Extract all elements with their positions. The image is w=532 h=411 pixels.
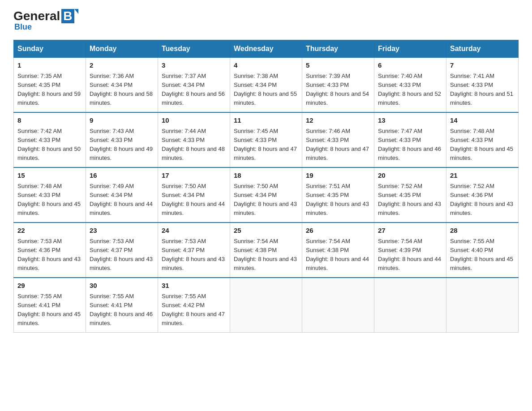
day-number: 11 xyxy=(234,116,298,126)
day-number: 26 xyxy=(306,226,370,236)
day-cell-4: 4 Sunrise: 7:38 AMSunset: 4:34 PMDayligh… xyxy=(230,58,302,113)
day-info: Sunrise: 7:55 AMSunset: 4:42 PMDaylight:… xyxy=(162,293,225,326)
day-number: 1 xyxy=(17,60,82,71)
day-number: 9 xyxy=(90,116,154,126)
col-header-friday: Friday xyxy=(374,40,446,58)
day-number: 22 xyxy=(17,226,82,236)
day-info: Sunrise: 7:38 AMSunset: 4:34 PMDaylight:… xyxy=(234,73,297,106)
day-info: Sunrise: 7:46 AMSunset: 4:33 PMDaylight:… xyxy=(306,128,369,161)
day-cell-30: 30 Sunrise: 7:55 AMSunset: 4:41 PMDaylig… xyxy=(86,278,158,333)
col-header-saturday: Saturday xyxy=(446,40,519,58)
logo-sub: Blue xyxy=(14,22,74,32)
day-cell-11: 11 Sunrise: 7:45 AMSunset: 4:33 PMDaylig… xyxy=(230,112,302,167)
day-cell-27: 27 Sunrise: 7:54 AMSunset: 4:39 PMDaylig… xyxy=(374,223,446,278)
day-number: 13 xyxy=(378,116,442,126)
page-header: General B Blue xyxy=(13,9,519,32)
day-cell-29: 29 Sunrise: 7:55 AMSunset: 4:41 PMDaylig… xyxy=(14,278,86,333)
day-info: Sunrise: 7:51 AMSunset: 4:35 PMDaylight:… xyxy=(306,183,369,216)
day-number: 10 xyxy=(162,116,226,126)
day-number: 5 xyxy=(306,60,370,71)
day-cell-23: 23 Sunrise: 7:53 AMSunset: 4:37 PMDaylig… xyxy=(86,223,158,278)
day-number: 17 xyxy=(162,171,226,181)
day-cell-31: 31 Sunrise: 7:55 AMSunset: 4:42 PMDaylig… xyxy=(158,278,230,333)
day-cell-21: 21 Sunrise: 7:52 AMSunset: 4:36 PMDaylig… xyxy=(446,167,519,223)
day-number: 27 xyxy=(378,226,442,236)
day-info: Sunrise: 7:37 AMSunset: 4:34 PMDaylight:… xyxy=(162,73,225,106)
day-info: Sunrise: 7:45 AMSunset: 4:33 PMDaylight:… xyxy=(234,128,297,161)
col-header-sunday: Sunday xyxy=(14,40,86,58)
day-cell-15: 15 Sunrise: 7:48 AMSunset: 4:33 PMDaylig… xyxy=(14,167,86,223)
day-cell-10: 10 Sunrise: 7:44 AMSunset: 4:33 PMDaylig… xyxy=(158,112,230,167)
day-info: Sunrise: 7:40 AMSunset: 4:33 PMDaylight:… xyxy=(378,73,441,106)
day-number: 24 xyxy=(162,226,226,236)
day-cell-28: 28 Sunrise: 7:55 AMSunset: 4:40 PMDaylig… xyxy=(446,223,519,278)
day-number: 6 xyxy=(378,60,442,71)
day-cell-20: 20 Sunrise: 7:52 AMSunset: 4:35 PMDaylig… xyxy=(374,167,446,223)
day-info: Sunrise: 7:55 AMSunset: 4:41 PMDaylight:… xyxy=(90,293,153,326)
day-number: 15 xyxy=(17,171,82,181)
day-info: Sunrise: 7:35 AMSunset: 4:35 PMDaylight:… xyxy=(17,73,81,106)
day-number: 31 xyxy=(162,281,226,291)
day-cell-9: 9 Sunrise: 7:43 AMSunset: 4:33 PMDayligh… xyxy=(86,112,158,167)
empty-cell xyxy=(374,278,446,333)
day-number: 23 xyxy=(90,226,154,236)
day-info: Sunrise: 7:48 AMSunset: 4:33 PMDaylight:… xyxy=(17,183,81,216)
logo-area: General B Blue xyxy=(13,9,74,32)
day-info: Sunrise: 7:52 AMSunset: 4:36 PMDaylight:… xyxy=(450,183,513,216)
col-header-wednesday: Wednesday xyxy=(230,40,302,58)
day-number: 3 xyxy=(162,60,226,71)
day-cell-26: 26 Sunrise: 7:54 AMSunset: 4:38 PMDaylig… xyxy=(302,223,374,278)
day-cell-1: 1 Sunrise: 7:35 AMSunset: 4:35 PMDayligh… xyxy=(14,58,86,113)
day-info: Sunrise: 7:41 AMSunset: 4:33 PMDaylight:… xyxy=(450,73,513,106)
day-number: 19 xyxy=(306,171,370,181)
day-cell-13: 13 Sunrise: 7:47 AMSunset: 4:33 PMDaylig… xyxy=(374,112,446,167)
day-info: Sunrise: 7:55 AMSunset: 4:41 PMDaylight:… xyxy=(17,293,81,326)
day-cell-8: 8 Sunrise: 7:42 AMSunset: 4:33 PMDayligh… xyxy=(14,112,86,167)
day-number: 25 xyxy=(234,226,298,236)
day-cell-22: 22 Sunrise: 7:53 AMSunset: 4:36 PMDaylig… xyxy=(14,223,86,278)
day-number: 14 xyxy=(450,116,515,126)
day-number: 28 xyxy=(450,226,515,236)
day-info: Sunrise: 7:44 AMSunset: 4:33 PMDaylight:… xyxy=(162,128,225,161)
day-info: Sunrise: 7:36 AMSunset: 4:34 PMDaylight:… xyxy=(90,73,153,106)
day-info: Sunrise: 7:43 AMSunset: 4:33 PMDaylight:… xyxy=(90,128,153,161)
day-number: 8 xyxy=(17,116,82,126)
empty-cell xyxy=(446,278,519,333)
day-number: 21 xyxy=(450,171,515,181)
day-info: Sunrise: 7:39 AMSunset: 4:33 PMDaylight:… xyxy=(306,73,369,106)
day-cell-17: 17 Sunrise: 7:50 AMSunset: 4:34 PMDaylig… xyxy=(158,167,230,223)
day-cell-2: 2 Sunrise: 7:36 AMSunset: 4:34 PMDayligh… xyxy=(86,58,158,113)
day-cell-7: 7 Sunrise: 7:41 AMSunset: 4:33 PMDayligh… xyxy=(446,58,519,113)
day-info: Sunrise: 7:52 AMSunset: 4:35 PMDaylight:… xyxy=(378,183,441,216)
day-cell-18: 18 Sunrise: 7:50 AMSunset: 4:34 PMDaylig… xyxy=(230,167,302,223)
day-cell-6: 6 Sunrise: 7:40 AMSunset: 4:33 PMDayligh… xyxy=(374,58,446,113)
day-number: 29 xyxy=(17,281,82,291)
day-number: 2 xyxy=(90,60,154,71)
logo-general: General xyxy=(13,9,60,23)
day-info: Sunrise: 7:42 AMSunset: 4:33 PMDaylight:… xyxy=(17,128,81,161)
day-cell-24: 24 Sunrise: 7:53 AMSunset: 4:37 PMDaylig… xyxy=(158,223,230,278)
day-cell-5: 5 Sunrise: 7:39 AMSunset: 4:33 PMDayligh… xyxy=(302,58,374,113)
day-cell-12: 12 Sunrise: 7:46 AMSunset: 4:33 PMDaylig… xyxy=(302,112,374,167)
day-info: Sunrise: 7:53 AMSunset: 4:36 PMDaylight:… xyxy=(17,238,81,271)
day-info: Sunrise: 7:47 AMSunset: 4:33 PMDaylight:… xyxy=(378,128,441,161)
day-number: 4 xyxy=(234,60,298,71)
day-info: Sunrise: 7:55 AMSunset: 4:40 PMDaylight:… xyxy=(450,238,513,271)
day-cell-3: 3 Sunrise: 7:37 AMSunset: 4:34 PMDayligh… xyxy=(158,58,230,113)
col-header-monday: Monday xyxy=(86,40,158,58)
day-info: Sunrise: 7:53 AMSunset: 4:37 PMDaylight:… xyxy=(90,238,153,271)
day-cell-16: 16 Sunrise: 7:49 AMSunset: 4:34 PMDaylig… xyxy=(86,167,158,223)
empty-cell xyxy=(302,278,374,333)
col-header-tuesday: Tuesday xyxy=(158,40,230,58)
day-cell-14: 14 Sunrise: 7:48 AMSunset: 4:33 PMDaylig… xyxy=(446,112,519,167)
day-cell-25: 25 Sunrise: 7:54 AMSunset: 4:38 PMDaylig… xyxy=(230,223,302,278)
day-info: Sunrise: 7:49 AMSunset: 4:34 PMDaylight:… xyxy=(90,183,153,216)
day-number: 16 xyxy=(90,171,154,181)
day-number: 7 xyxy=(450,60,515,71)
day-info: Sunrise: 7:54 AMSunset: 4:38 PMDaylight:… xyxy=(306,238,369,271)
calendar-table: SundayMondayTuesdayWednesdayThursdayFrid… xyxy=(13,40,519,333)
logo-blue: B xyxy=(61,9,74,23)
day-info: Sunrise: 7:54 AMSunset: 4:39 PMDaylight:… xyxy=(378,238,441,271)
day-info: Sunrise: 7:50 AMSunset: 4:34 PMDaylight:… xyxy=(162,183,225,216)
day-info: Sunrise: 7:53 AMSunset: 4:37 PMDaylight:… xyxy=(162,238,225,271)
